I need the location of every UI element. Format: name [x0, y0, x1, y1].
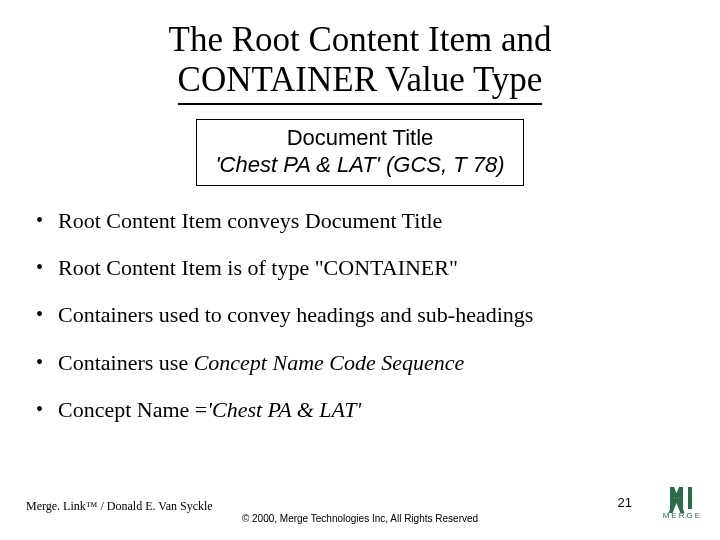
- document-title-box-wrap: Document Title 'Chest PA & LAT' (GCS, T …: [0, 119, 720, 186]
- list-item: Containers used to convey headings and s…: [36, 302, 720, 328]
- footer-author: Merge. Link™ / Donald E. Van Syckle: [26, 499, 213, 514]
- bullet-italic: Concept Name Code Sequence: [194, 350, 465, 375]
- slide: The Root Content Item and CONTAINER Valu…: [0, 0, 720, 540]
- merge-logo: MERGE: [663, 487, 702, 520]
- slide-title: The Root Content Item and CONTAINER Valu…: [0, 0, 720, 105]
- list-item: Root Content Item conveys Document Title: [36, 208, 720, 234]
- document-title-box: Document Title 'Chest PA & LAT' (GCS, T …: [196, 119, 523, 186]
- list-item: Root Content Item is of type "CONTAINER": [36, 255, 720, 281]
- bullet-prefix: Concept Name =: [58, 397, 207, 422]
- bullet-prefix: Containers use: [58, 350, 194, 375]
- bullet-text: Root Content Item is of type "CONTAINER": [58, 255, 458, 280]
- page-number: 21: [618, 495, 632, 510]
- bullet-text: Root Content Item conveys Document Title: [58, 208, 442, 233]
- list-item: Containers use Concept Name Code Sequenc…: [36, 350, 720, 376]
- title-line1: The Root Content Item and: [169, 20, 552, 59]
- box-line1: Document Title: [215, 124, 504, 152]
- bullet-text: Containers used to convey headings and s…: [58, 302, 533, 327]
- merge-logo-icon: [667, 487, 697, 509]
- bullet-italic: 'Chest PA & LAT': [207, 397, 361, 422]
- footer: Merge. Link™ / Donald E. Van Syckle © 20…: [0, 490, 720, 526]
- bullet-list: Root Content Item conveys Document Title…: [36, 208, 720, 424]
- list-item: Concept Name ='Chest PA & LAT': [36, 397, 720, 423]
- footer-copyright: © 2000, Merge Technologies Inc, All Righ…: [0, 513, 720, 524]
- title-line2: CONTAINER Value Type: [178, 60, 543, 104]
- box-line2: 'Chest PA & LAT' (GCS, T 78): [215, 151, 504, 179]
